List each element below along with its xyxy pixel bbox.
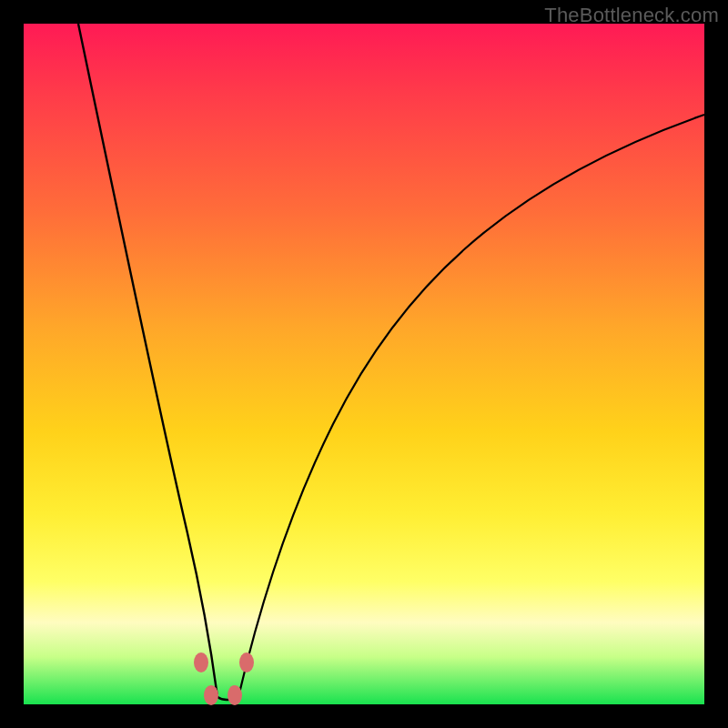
marker-dot xyxy=(228,685,242,705)
curve-right-branch xyxy=(238,115,704,697)
marker-dot xyxy=(194,652,208,672)
marker-dot xyxy=(204,685,218,705)
plot-area xyxy=(24,24,704,704)
marker-dot xyxy=(239,652,254,672)
watermark-text: TheBottleneck.com xyxy=(544,4,719,27)
curve-left-branch xyxy=(78,24,217,697)
bottleneck-curve xyxy=(24,24,704,704)
chart-frame: TheBottleneck.com xyxy=(0,0,728,728)
